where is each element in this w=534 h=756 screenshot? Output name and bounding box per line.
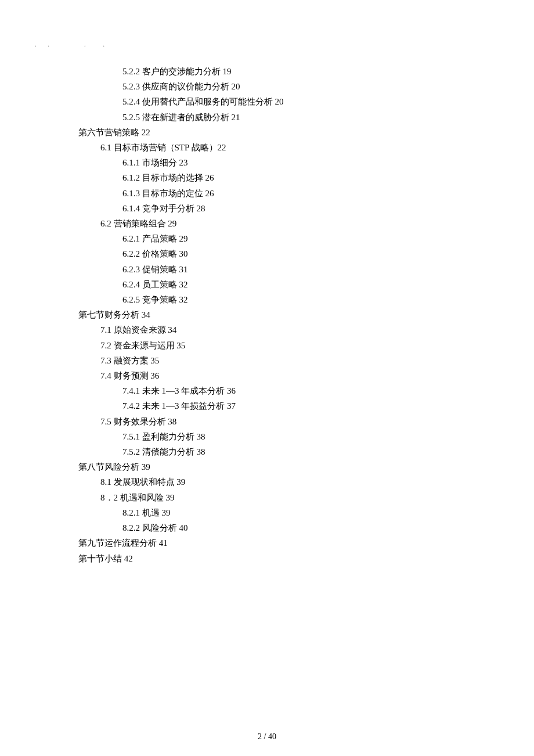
toc-entry: 第六节营销策略 22 — [78, 125, 284, 140]
toc-entry: 7.1 原始资金来源 34 — [100, 322, 284, 337]
toc-entry: 第七节财务分析 34 — [78, 307, 284, 322]
toc-entry: 7.4.1 未来 1—3 年成本分析 36 — [122, 383, 284, 398]
toc-entry: 第八节风险分析 39 — [78, 459, 284, 474]
toc-entry: 6.1.3 目标市场的定位 26 — [122, 186, 284, 201]
toc-entry: 6.1.2 目标市场的选择 26 — [122, 170, 284, 185]
toc-entry: 6.1 目标市场营销（STP 战略）22 — [100, 140, 284, 155]
toc-entry: 7.4.2 未来 1—3 年损益分析 37 — [122, 398, 284, 413]
toc-entry: 5.2.5 潜在新进者的威胁分析 21 — [122, 110, 284, 125]
toc-entry: 8．2 机遇和风险 39 — [100, 490, 284, 505]
toc-entry: 6.2.4 员工策略 32 — [122, 277, 284, 292]
toc-entry: 7.5.1 盈利能力分析 38 — [122, 429, 284, 444]
toc-entry: 7.5 财务效果分析 38 — [100, 414, 284, 429]
toc-entry: 6.2.3 促销策略 31 — [122, 262, 284, 277]
toc-entry: 6.2.5 竞争策略 32 — [122, 292, 284, 307]
toc-entry: 第十节小结 42 — [78, 551, 284, 566]
toc-entry: 6.2 营销策略组合 29 — [100, 216, 284, 231]
toc-entry: 6.1.1 市场细分 23 — [122, 155, 284, 170]
toc-entry: 8.2.1 机遇 39 — [122, 505, 284, 520]
header-dots: . . . . — [35, 41, 104, 49]
page-footer: 2 / 40 — [0, 732, 534, 741]
toc-entry: 7.5.2 清偿能力分析 38 — [122, 444, 284, 459]
toc-entry: 7.3 融资方案 35 — [100, 353, 284, 368]
toc-entry: 8.1 发展现状和特点 39 — [100, 474, 284, 489]
toc-entry: 5.2.4 使用替代产品和服务的可能性分析 20 — [122, 94, 284, 109]
table-of-contents: 5.2.2 客户的交涉能力分析 195.2.3 供应商的议价能力分析 205.2… — [78, 64, 284, 566]
toc-entry: 第九节运作流程分析 41 — [78, 535, 284, 550]
toc-entry: 6.2.2 价格策略 30 — [122, 246, 284, 261]
toc-entry: 6.2.1 产品策略 29 — [122, 231, 284, 246]
toc-entry: 6.1.4 竞争对手分析 28 — [122, 201, 284, 216]
toc-entry: 7.2 资金来源与运用 35 — [100, 338, 284, 353]
toc-entry: 7.4 财务预测 36 — [100, 368, 284, 383]
toc-entry: 5.2.3 供应商的议价能力分析 20 — [122, 79, 284, 94]
toc-entry: 8.2.2 风险分析 40 — [122, 520, 284, 535]
toc-entry: 5.2.2 客户的交涉能力分析 19 — [122, 64, 284, 79]
